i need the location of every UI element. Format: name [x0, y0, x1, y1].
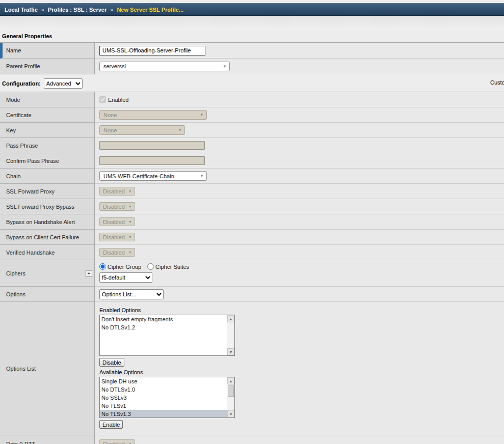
- enable-button[interactable]: Enable: [99, 420, 123, 429]
- certificate-value-cell: None ▼: [95, 107, 504, 123]
- options-list-value-cell: Enabled Options Don't insert empty fragm…: [95, 302, 504, 435]
- verified-handshake-value: Disabled: [103, 249, 125, 256]
- name-value-cell: [95, 43, 504, 59]
- bypass-on-handshake-alert-value-cell: Disabled ▼: [95, 214, 504, 230]
- listbox-item[interactable]: No DTLSv1.2: [100, 323, 227, 331]
- cipher-group-select[interactable]: f5-default: [99, 272, 152, 283]
- table-row-chain: Chain UMS-WEB-Certificate-Chain ▼: [0, 169, 504, 184]
- table-row-verified-handshake: Verified Handshake Disabled ▼: [0, 245, 504, 260]
- chain-label-cell: Chain: [0, 169, 95, 184]
- confirm-pass-phrase-input: [99, 156, 205, 165]
- pass-phrase-label: Pass Phrase: [6, 143, 38, 149]
- scrollbar-thumb[interactable]: [228, 385, 234, 397]
- ssl-forward-proxy-bypass-label-cell: SSL Forward Proxy Bypass: [0, 199, 95, 214]
- data-0rtt-value: Disabled: [103, 441, 125, 444]
- certificate-label-cell: Certificate: [0, 107, 95, 123]
- ssl-forward-proxy-label-cell: SSL Forward Proxy: [0, 184, 95, 199]
- chevron-down-icon: ▼: [128, 189, 132, 193]
- breadcrumb: Local Traffic » Profiles : SSL : Server …: [0, 3, 504, 16]
- scroll-up-icon[interactable]: ▲: [227, 315, 234, 322]
- table-row-confirm-pass-phrase: Confirm Pass Phrase: [0, 153, 504, 169]
- options-value-cell: Options List...: [95, 287, 504, 302]
- chevron-down-icon: ▼: [128, 235, 132, 239]
- enabled-options-scrollbar[interactable]: ▲ ▼: [227, 315, 234, 355]
- header-spacer: [0, 16, 504, 31]
- available-options-listbox[interactable]: Single DH useNo DTLSv1.0No SSLv3No TLSv1…: [99, 377, 235, 418]
- verified-handshake-label-cell: Verified Handshake: [0, 245, 95, 260]
- pass-phrase-label-cell: Pass Phrase: [0, 138, 95, 153]
- ssl-forward-proxy-value: Disabled: [103, 188, 125, 195]
- breadcrumb-section[interactable]: Profiles : SSL : Server: [48, 7, 107, 13]
- name-input[interactable]: [99, 46, 205, 55]
- scroll-up-icon[interactable]: ▲: [227, 377, 234, 384]
- ssl-forward-proxy-bypass-label: SSL Forward Proxy Bypass: [6, 204, 74, 210]
- mode-enabled-label: Enabled: [108, 97, 128, 103]
- confirm-pass-phrase-label: Confirm Pass Phrase: [6, 158, 59, 164]
- configuration-label: Configuration:: [2, 80, 41, 87]
- ssl-forward-proxy-bypass-value-cell: Disabled ▼: [95, 199, 504, 214]
- key-label: Key: [6, 127, 16, 133]
- listbox-item[interactable]: No SSLv3: [100, 394, 227, 402]
- table-row-options: Options Options List...: [0, 287, 504, 302]
- listbox-item[interactable]: No TLSv1: [100, 402, 227, 410]
- data-0rtt-value-cell: Disabled ▼: [95, 435, 504, 444]
- verified-handshake-select: Disabled ▼: [99, 248, 135, 257]
- chevron-down-icon: ▼: [200, 174, 204, 178]
- table-row-options-list: Options List Enabled Options Don't inser…: [0, 302, 504, 435]
- breadcrumb-separator: »: [41, 7, 44, 13]
- table-row-pass-phrase: Pass Phrase: [0, 138, 504, 153]
- chevron-down-icon: ▼: [178, 128, 182, 132]
- mode-enabled-checkbox: [99, 96, 106, 103]
- certificate-select: None ▼: [99, 110, 207, 120]
- listbox-item[interactable]: Don't insert empty fragments: [100, 315, 227, 323]
- options-select[interactable]: Options List...: [99, 289, 164, 299]
- ssl-forward-proxy-bypass-select: Disabled ▼: [99, 202, 135, 211]
- listbox-item[interactable]: Single DH use: [100, 377, 227, 385]
- ciphers-label-cell: Ciphers +: [0, 260, 95, 287]
- chain-value-cell: UMS-WEB-Certificate-Chain ▼: [95, 169, 504, 184]
- breadcrumb-root[interactable]: Local Traffic: [5, 7, 38, 13]
- ciphers-expand-button[interactable]: +: [86, 270, 92, 276]
- table-row-ciphers: Ciphers + Cipher Group Cipher Suites f5-…: [0, 260, 504, 287]
- mode-value-cell: Enabled: [95, 92, 504, 107]
- table-row-certificate: Certificate None ▼: [0, 107, 504, 123]
- table-row-key: Key None ▼: [0, 123, 504, 138]
- chain-select[interactable]: UMS-WEB-Certificate-Chain ▼: [99, 171, 207, 181]
- chevron-down-icon: ▼: [200, 113, 204, 117]
- certificate-value: None: [103, 112, 117, 118]
- data-0rtt-label-cell: Data 0-RTT: [0, 435, 95, 444]
- cipher-suites-radio-label[interactable]: Cipher Suites: [147, 263, 189, 270]
- listbox-item[interactable]: No DTLSv1.0: [100, 385, 227, 394]
- disable-button[interactable]: Disable: [99, 358, 124, 367]
- pass-phrase-input: [99, 141, 205, 150]
- bypass-on-handshake-alert-value: Disabled: [103, 219, 125, 225]
- configuration-mode-select[interactable]: Advanced: [44, 78, 83, 89]
- breadcrumb-separator: »: [110, 7, 113, 13]
- ssl-forward-proxy-select: Disabled ▼: [99, 187, 135, 196]
- parent-profile-select[interactable]: serverssl ▼: [99, 62, 230, 71]
- cipher-suites-radio[interactable]: [147, 263, 154, 270]
- ciphers-value-cell: Cipher Group Cipher Suites f5-default: [95, 260, 504, 287]
- key-label-cell: Key: [0, 123, 95, 138]
- parent-profile-label: Parent Profile: [6, 63, 40, 69]
- name-label: Name: [6, 47, 21, 53]
- enabled-options-title: Enabled Options: [99, 307, 141, 313]
- listbox-item[interactable]: No TLSv1.3: [100, 410, 227, 418]
- custom-column-header: Custom: [490, 79, 504, 86]
- available-options-scrollbar[interactable]: ▲ ▼: [227, 377, 234, 418]
- ssl-forward-proxy-label: SSL Forward Proxy: [6, 188, 55, 195]
- cipher-group-radio-label[interactable]: Cipher Group: [99, 263, 141, 270]
- key-value-cell: None ▼: [95, 123, 504, 138]
- bypass-on-client-cert-failure-select: Disabled ▼: [99, 233, 135, 241]
- enabled-options-listbox[interactable]: Don't insert empty fragmentsNo DTLSv1.2 …: [99, 315, 235, 356]
- certificate-label: Certificate: [6, 112, 32, 118]
- table-row-ssl-forward-proxy-bypass: SSL Forward Proxy Bypass Disabled ▼: [0, 199, 504, 214]
- cipher-group-radio[interactable]: [99, 263, 106, 270]
- options-label-cell: Options: [0, 287, 95, 302]
- options-list-label: Options List: [6, 366, 36, 372]
- scroll-down-icon[interactable]: ▼: [227, 410, 234, 418]
- scroll-down-icon[interactable]: ▼: [227, 348, 234, 355]
- mode-label: Mode: [6, 97, 20, 103]
- general-properties-table: Name Parent Profile serverssl ▼: [0, 42, 504, 74]
- key-select: None ▼: [99, 125, 185, 135]
